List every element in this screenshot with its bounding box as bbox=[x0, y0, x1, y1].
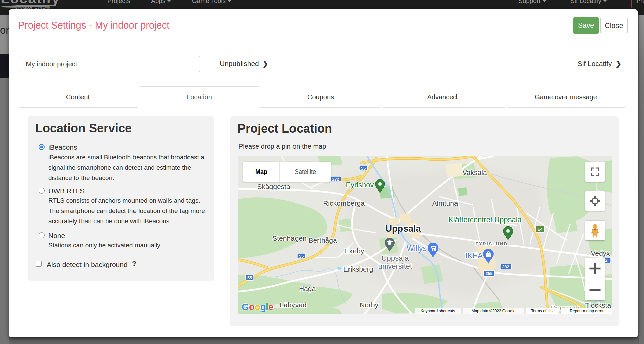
svg-text:E4: E4 bbox=[537, 227, 542, 232]
svg-text:Fyrishov: Fyrishov bbox=[346, 181, 374, 189]
svg-text:Eriksberg: Eriksberg bbox=[343, 265, 373, 273]
svg-text:Norby: Norby bbox=[360, 301, 379, 309]
svg-text:Stenhagen: Stenhagen bbox=[272, 234, 307, 242]
svg-text:Läbyvad: Läbyvad bbox=[280, 301, 306, 309]
svg-text:Uppsala: Uppsala bbox=[382, 254, 409, 262]
svg-text:universitet: universitet bbox=[378, 262, 412, 271]
svg-text:l: l bbox=[266, 302, 268, 312]
svg-text:55: 55 bbox=[247, 276, 252, 280]
svg-text:o: o bbox=[255, 302, 260, 312]
svg-text:Vedyx: Vedyx bbox=[591, 249, 610, 257]
svg-text:272: 272 bbox=[332, 177, 339, 182]
svg-text:Willys: Willys bbox=[407, 244, 427, 253]
svg-text:55: 55 bbox=[299, 254, 304, 259]
svg-text:o: o bbox=[249, 302, 255, 312]
svg-text:2: 2 bbox=[605, 258, 608, 263]
svg-text:IKEA: IKEA bbox=[465, 251, 483, 260]
svg-text:Vaksala: Vaksala bbox=[462, 168, 487, 176]
svg-text:Haga: Haga bbox=[299, 285, 316, 292]
svg-text:FYRISLUND: FYRISLUND bbox=[476, 241, 508, 246]
svg-text:Klättercentret Uppsala: Klättercentret Uppsala bbox=[448, 215, 522, 224]
svg-text:255: 255 bbox=[486, 271, 493, 276]
svg-text:Rickomberga: Rickomberga bbox=[323, 199, 365, 207]
svg-text:Almtuna: Almtuna bbox=[432, 199, 458, 207]
svg-text:Berthåga: Berthåga bbox=[308, 236, 337, 244]
svg-text:Uppsala: Uppsala bbox=[385, 224, 421, 234]
svg-text:G: G bbox=[241, 302, 249, 312]
svg-text:Skäggesta: Skäggesta bbox=[257, 183, 290, 190]
svg-text:55: 55 bbox=[361, 166, 366, 171]
svg-text:e: e bbox=[268, 302, 273, 312]
svg-text:g: g bbox=[260, 302, 266, 312]
svg-text:Ekeby: Ekeby bbox=[344, 247, 364, 255]
svg-text:282: 282 bbox=[502, 265, 509, 269]
